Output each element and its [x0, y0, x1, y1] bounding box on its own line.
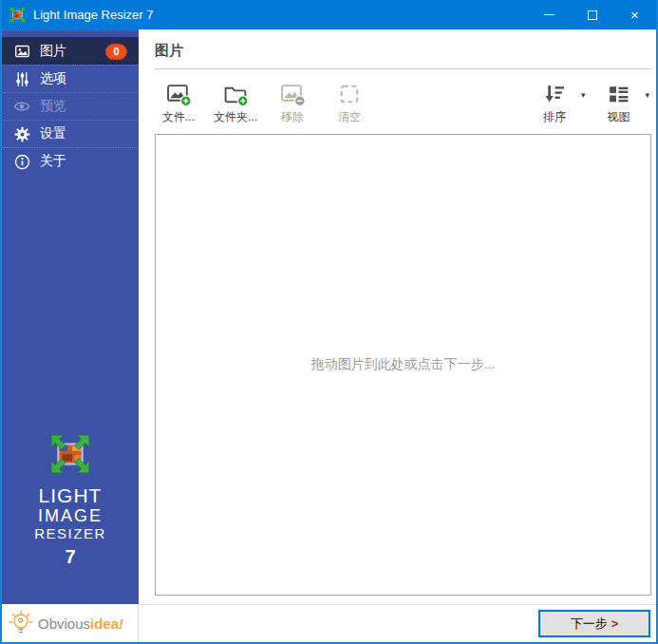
window-title: Light Image Resizer 7 [33, 8, 528, 22]
sort-icon [541, 82, 567, 107]
title-bar: Light Image Resizer 7 × [2, 0, 656, 29]
view-button[interactable]: 视图 [596, 82, 640, 125]
minimize-button[interactable] [528, 0, 571, 29]
picture-count-badge: 0 [105, 44, 127, 60]
sidebar-item-label: 关于 [40, 153, 66, 170]
next-step-label: 下一步 [571, 616, 608, 633]
brand-part-bang: ! [119, 616, 123, 632]
close-button[interactable]: × [613, 0, 656, 29]
logo-line3: RESIZER [2, 525, 139, 543]
brand-part-obvious: Obvious [38, 616, 90, 632]
app-window: Light Image Resizer 7 × 图片 0 选项 [0, 0, 658, 644]
sidebar-item-options[interactable]: 选项 [2, 65, 139, 92]
add-image-icon [166, 82, 192, 107]
clear-button: 清空 [328, 82, 371, 125]
next-step-button[interactable]: 下一步 > [538, 610, 650, 637]
add-folder-label: 文件夹... [214, 109, 257, 125]
lightbulb-icon [7, 609, 35, 637]
view-icon [606, 82, 631, 107]
sidebar-item-label: 预览 [40, 98, 66, 115]
logo-line2: IMAGE [2, 506, 139, 526]
view-label: 视图 [607, 109, 630, 125]
settings-icon [13, 125, 30, 142]
brand-area[interactable]: Obviousidea! [2, 604, 139, 642]
resizer-logo-icon [50, 434, 90, 474]
image-drop-area[interactable]: 拖动图片到此处或点击下一步... [155, 134, 651, 596]
brand-part-idea: idea [90, 616, 119, 632]
clear-selection-icon [337, 82, 363, 107]
remove-button: 移除 [271, 82, 314, 125]
add-files-button[interactable]: 文件... [157, 82, 200, 125]
preview-icon [13, 98, 30, 115]
pictures-icon [13, 43, 30, 60]
add-folder-icon [223, 82, 249, 107]
minimize-icon [544, 14, 555, 15]
add-files-label: 文件... [162, 109, 195, 125]
logo-version: 7 [2, 546, 139, 568]
app-logo: LIGHT IMAGE RESIZER 7 [2, 434, 139, 568]
logo-line1: LIGHT [2, 485, 139, 506]
footer-actions: 下一步 > [139, 604, 656, 642]
app-icon [9, 7, 26, 23]
sidebar-item-settings[interactable]: 设置 [2, 120, 139, 147]
footer: Obviousidea! 下一步 > [2, 604, 656, 642]
view-dropdown-caret[interactable]: ▾ [640, 82, 651, 100]
about-icon [13, 153, 30, 170]
next-step-arrow: > [611, 616, 619, 631]
sidebar-nav: 图片 0 选项 预览 [2, 29, 139, 175]
sort-label: 排序 [543, 109, 566, 125]
remove-image-icon [280, 82, 306, 107]
add-folder-button[interactable]: 文件夹... [214, 82, 257, 125]
sidebar-item-label: 设置 [40, 125, 66, 142]
remove-label: 移除 [281, 109, 304, 125]
sidebar-item-label: 选项 [40, 70, 66, 87]
clear-label: 清空 [338, 109, 361, 125]
maximize-button[interactable] [571, 0, 613, 29]
sort-dropdown-caret[interactable]: ▾ [576, 82, 588, 100]
brand-wordmark: Obviousidea! [38, 616, 123, 632]
maximize-icon [588, 10, 597, 20]
drop-hint-text: 拖动图片到此处或点击下一步... [311, 356, 496, 373]
main-panel: 图片 文件... 文件夹... 移除 清空 [139, 29, 656, 604]
sort-button[interactable]: 排序 [533, 82, 576, 125]
sidebar-item-about[interactable]: 关于 [2, 147, 139, 175]
options-icon [13, 70, 30, 87]
sidebar-item-pictures[interactable]: 图片 0 [2, 37, 139, 65]
sidebar-item-preview: 预览 [2, 92, 139, 120]
toolbar: 文件... 文件夹... 移除 清空 [155, 69, 651, 134]
page-title: 图片 [155, 42, 651, 60]
sidebar: 图片 0 选项 预览 [2, 29, 139, 604]
sidebar-item-label: 图片 [40, 43, 66, 60]
